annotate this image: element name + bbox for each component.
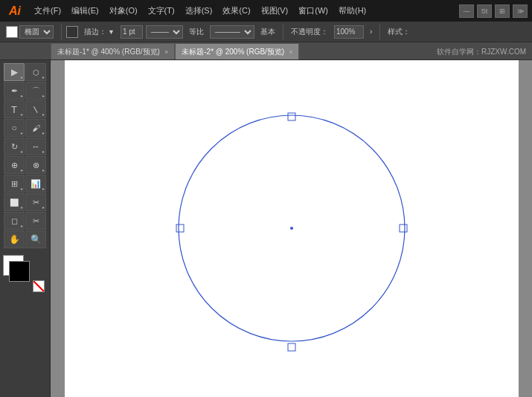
- stroke-color-black[interactable]: [9, 261, 30, 282]
- tc15: ▸: [21, 204, 23, 210]
- stroke-label-text: 描边：: [84, 27, 106, 37]
- pen-tool[interactable]: ✒ ▸: [4, 82, 25, 100]
- artboard-tool[interactable]: ⬜ ▸: [4, 193, 25, 211]
- menu-select[interactable]: 选择(S): [181, 3, 217, 19]
- direct-select-tool[interactable]: ⬡ ▸: [25, 63, 46, 81]
- type-icon: T: [11, 104, 17, 115]
- ellipse-tool[interactable]: ○ ▸: [4, 119, 25, 137]
- paintbrush-icon: 🖌: [32, 123, 40, 132]
- stroke-label: 描边： ▼: [81, 25, 118, 39]
- opacity-label: 不透明度：: [288, 25, 331, 39]
- zoom-tool[interactable]: 🔍: [25, 230, 46, 248]
- tc12: ▸: [42, 167, 45, 172]
- menu-window[interactable]: 窗口(W): [294, 3, 333, 19]
- title-menu: 文件(F) 编辑(E) 对象(O) 文字(T) 选择(S) 效果(C) 视图(V…: [30, 3, 455, 19]
- tool-corner-icon: ▸: [21, 74, 23, 80]
- reflect-icon: ↔: [32, 142, 40, 151]
- rotate-tool[interactable]: ↻ ▸: [4, 138, 25, 155]
- reflect-tool[interactable]: ↔ ▸: [25, 138, 46, 155]
- title-btn-grid[interactable]: ⊞: [495, 4, 510, 18]
- selection-tool[interactable]: ▶ ▸: [4, 63, 25, 81]
- shape-selector[interactable]: 椭圆: [3, 24, 57, 40]
- tool-row-4: ○ ▸ 🖌 ▸: [4, 119, 46, 137]
- base-label: 基本: [257, 25, 278, 39]
- ratio-label: 等比: [186, 25, 207, 39]
- width-tool[interactable]: ⊗ ▸: [25, 156, 46, 174]
- title-bar: Ai 文件(F) 编辑(E) 对象(O) 文字(T) 选择(S) 效果(C) 视…: [0, 0, 532, 22]
- warp-tool[interactable]: ⊕ ▸: [4, 156, 25, 174]
- slice-tool[interactable]: ✂ ▸: [25, 193, 46, 211]
- hand-icon: ✋: [9, 234, 20, 245]
- none-swatch[interactable]: [33, 280, 45, 292]
- tc13: ▸: [21, 186, 23, 191]
- warp-icon: ⊕: [11, 161, 18, 170]
- tc10: ▸: [42, 149, 45, 154]
- curvature-tool[interactable]: ⌒ ▸: [25, 82, 46, 100]
- title-btn-br[interactable]: St: [477, 4, 492, 18]
- tool-row-2: ✒ ▸ ⌒ ▸: [4, 82, 46, 100]
- menu-text[interactable]: 文字(T): [144, 3, 179, 19]
- canvas-area[interactable]: [51, 60, 532, 397]
- tc4: ▸: [42, 93, 45, 98]
- tc17: ▸: [21, 223, 23, 228]
- title-btn-minimize[interactable]: —: [459, 4, 474, 18]
- stroke-width-input[interactable]: [121, 25, 143, 39]
- center-point: [290, 227, 293, 230]
- type-tool[interactable]: T ▸: [4, 100, 25, 118]
- pen-icon: ✒: [11, 86, 18, 96]
- hand-tool[interactable]: ✋: [4, 230, 25, 248]
- tc8: ▸: [42, 130, 45, 135]
- tab-1[interactable]: 未标题-1* @ 400% (RGB/预览) ×: [51, 43, 175, 59]
- opacity-input[interactable]: [334, 25, 364, 39]
- artboard-icon: ⬜: [10, 198, 19, 207]
- tab-2[interactable]: 未标题-2* @ 200% (RGB/预览) ×: [175, 43, 299, 59]
- tabs-bar: 未标题-1* @ 400% (RGB/预览) × 未标题-2* @ 200% (…: [0, 42, 532, 60]
- toolbar: 椭圆 描边： ▼ ———— 等比 ———— 基本 不透明度： › 样式：: [0, 22, 532, 42]
- tc3: ▸: [21, 93, 23, 98]
- tab-1-close[interactable]: ×: [164, 48, 168, 56]
- menu-edit[interactable]: 编辑(E): [67, 3, 103, 19]
- selection-icon: ▶: [11, 67, 18, 77]
- scissors-icon: ✂: [33, 216, 39, 226]
- stroke-line-select[interactable]: ————: [210, 25, 254, 39]
- line-tool[interactable]: / ▸: [25, 100, 46, 118]
- menu-view[interactable]: 视图(V): [257, 3, 293, 19]
- zoom-icon: 🔍: [31, 234, 42, 245]
- paintbrush-tool[interactable]: 🖌 ▸: [25, 119, 46, 137]
- tc9: ▸: [21, 149, 23, 154]
- tc7: ▸: [21, 130, 23, 135]
- tool-row-7: ⊞ ▸ 📊 ▸: [4, 175, 46, 193]
- style-label-text: 样式：: [388, 27, 410, 37]
- anchor-right: [400, 225, 407, 232]
- title-btn-extra[interactable]: ≫: [513, 4, 528, 18]
- watermark-text: 软件自学网：RJZXW.COM: [437, 47, 526, 59]
- stroke-type[interactable]: ————: [146, 25, 183, 39]
- anchor-left: [176, 225, 184, 232]
- tc11: ▸: [21, 167, 23, 172]
- tab-2-close[interactable]: ×: [289, 48, 292, 56]
- tool-row-5: ↻ ▸ ↔ ▸: [4, 138, 46, 155]
- canvas-document: [65, 60, 519, 397]
- slice-icon: ✂: [33, 198, 39, 207]
- tool-corner-icon2: ▸: [42, 74, 45, 80]
- title-right-buttons: — St ⊞ ≫: [459, 4, 528, 18]
- opacity-arrow[interactable]: ›: [367, 26, 375, 37]
- column-graph-tool[interactable]: 📊 ▸: [25, 175, 46, 193]
- menu-help[interactable]: 帮助(H): [334, 3, 371, 19]
- fill-swatch[interactable]: [6, 26, 18, 38]
- menu-file[interactable]: 文件(F): [30, 3, 65, 19]
- menu-effect[interactable]: 效果(C): [218, 3, 254, 19]
- direct-select-icon: ⬡: [33, 68, 39, 77]
- scissors-tool[interactable]: ✂: [25, 212, 46, 230]
- chevron-right-icon: ›: [370, 28, 372, 36]
- stroke-swatch[interactable]: [66, 26, 78, 38]
- symbol-tool[interactable]: ⊞ ▸: [4, 175, 25, 193]
- shape-dropdown[interactable]: 椭圆: [19, 25, 54, 39]
- tc6: ▸: [42, 112, 45, 117]
- toolbox: ▶ ▸ ⬡ ▸ ✒ ▸ ⌒ ▸ T ▸ /: [0, 60, 51, 397]
- tab-1-label: 未标题-1* @ 400% (RGB/预览): [57, 47, 160, 57]
- style-label: 样式：: [385, 25, 413, 39]
- menu-object[interactable]: 对象(O): [105, 3, 142, 19]
- curvature-icon: ⌒: [32, 85, 40, 97]
- eraser-tool[interactable]: ◻ ▸: [4, 212, 25, 230]
